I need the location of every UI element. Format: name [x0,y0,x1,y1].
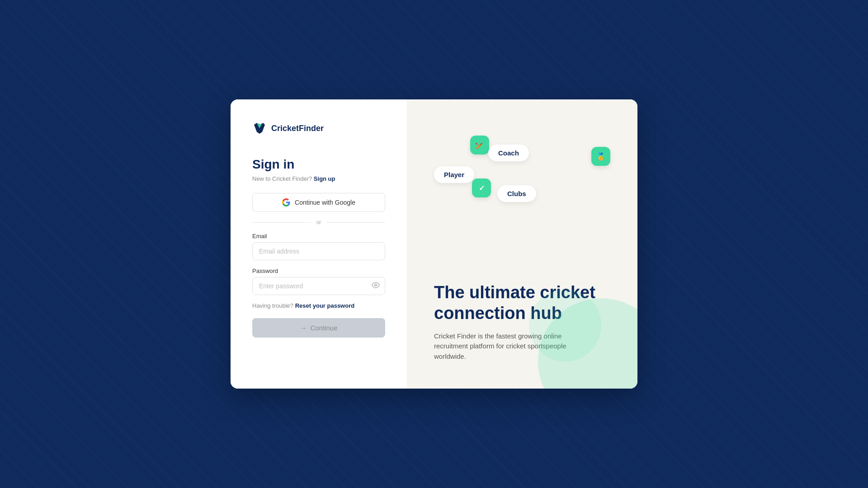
continue-arrow: → [300,324,307,332]
clubs-tag: Clubs [497,185,536,202]
password-wrapper [252,277,385,295]
coach-tag: Coach [488,145,529,161]
trouble-text: Having trouble? Reset your password [252,302,385,309]
left-panel: CricketFinder Sign in New to Cricket Fin… [231,99,407,389]
continue-label: Continue [310,324,337,332]
player-tag: Player [434,166,474,183]
email-group: Email [252,233,385,260]
right-panel: 🏏 Player Coach ✓ Clubs 🏅 The ultimate cr… [407,99,637,389]
eye-icon [372,281,380,289]
password-label: Password [252,267,385,274]
email-label: Email [252,233,385,239]
google-button-label: Continue with Google [295,199,355,206]
page-title: Sign in [252,157,385,172]
divider: or [252,219,385,225]
google-icon [282,198,290,206]
continue-button[interactable]: → Continue [252,318,385,338]
divider-line-left [252,222,311,223]
logo: CricketFinder [252,121,385,136]
signup-prompt: New to Cricket Finder? Sign up [252,175,385,182]
password-toggle-button[interactable] [372,281,380,291]
green-blob-small [529,289,601,361]
google-signin-button[interactable]: Continue with Google [252,193,385,212]
logo-icon [252,121,267,136]
divider-text: or [316,219,321,225]
hat-icon-bubble: 🏅 [591,147,610,166]
modal-container: CricketFinder Sign in New to Cricket Fin… [231,99,637,389]
svg-point-0 [375,284,377,286]
floating-tags-area: 🏏 Player Coach ✓ Clubs 🏅 [434,136,619,226]
brand-name: CricketFinder [271,124,324,133]
cricket-icon-bubble: 🏏 [470,136,489,155]
reset-password-link[interactable]: Reset your password [295,302,355,309]
divider-line-right [326,222,385,223]
email-input[interactable] [252,242,385,260]
signup-link[interactable]: Sign up [314,175,335,182]
password-input[interactable] [252,277,385,295]
check-icon-bubble: ✓ [472,178,491,197]
password-group: Password [252,267,385,295]
